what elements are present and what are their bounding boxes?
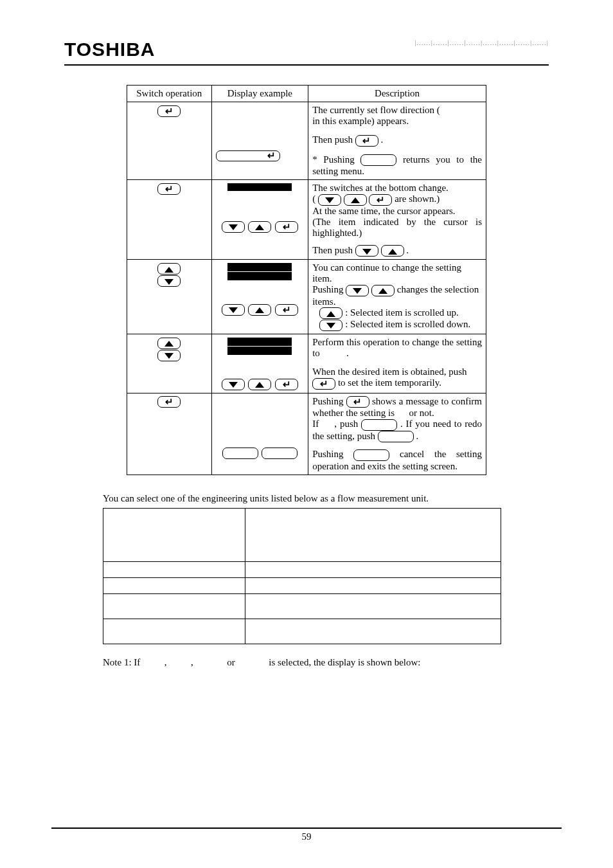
table-header-row: Switch operation Display example Descrip… — [127, 86, 486, 102]
enter-button[interactable]: ↵ — [157, 183, 181, 195]
highlight-bar — [227, 347, 292, 355]
header-ornament: |......|......|......|......|......|....… — [414, 39, 549, 60]
th-desc: Description — [308, 86, 486, 102]
table-row: ↵ Perform this operation to change the s… — [127, 334, 486, 393]
down-button[interactable] — [346, 285, 369, 296]
up-button[interactable] — [157, 263, 181, 275]
enter-icon: ↵ — [283, 305, 291, 315]
highlight-bar — [227, 263, 292, 271]
table-row: ↵ ↵ The currently set flow direction ( i… — [127, 102, 486, 180]
triangle-down-icon — [164, 353, 173, 359]
desc-text: The switches at the bottom change. — [312, 183, 449, 193]
enter-button[interactable]: ↵ — [355, 135, 378, 147]
triangle-down-icon — [229, 307, 238, 313]
page-number: 59 — [51, 831, 562, 842]
up-button[interactable] — [248, 379, 271, 390]
up-button[interactable] — [381, 245, 404, 257]
down-button[interactable] — [157, 275, 181, 287]
enter-button[interactable]: ↵ — [275, 379, 298, 390]
desc-text: Pushing — [312, 284, 343, 294]
desc-text: If — [312, 419, 319, 429]
desc-text: Then push — [312, 245, 353, 255]
blank-button[interactable] — [262, 448, 298, 459]
up-button[interactable] — [157, 338, 181, 349]
desc-text: Then push — [312, 134, 353, 145]
desc-text: , push — [334, 419, 358, 429]
table-row — [103, 593, 501, 619]
up-button[interactable] — [248, 304, 271, 316]
footer-rule — [51, 827, 562, 829]
desc-text: Pushing — [312, 396, 343, 406]
display-button[interactable]: ↵ — [216, 150, 280, 161]
desc-text: are shown.) — [395, 194, 440, 204]
down-button[interactable] — [222, 379, 245, 390]
triangle-up-icon — [351, 197, 360, 203]
blank-button[interactable] — [222, 448, 258, 459]
triangle-down-icon — [229, 224, 238, 230]
triangle-down-icon — [326, 323, 335, 329]
th-switch: Switch operation — [127, 86, 212, 102]
desc-text: Pushing — [312, 449, 343, 459]
note-text: is selected, the display is shown below: — [269, 657, 420, 667]
note-text: , — [191, 657, 193, 667]
desc-text: . — [381, 134, 384, 145]
table-row — [103, 619, 501, 644]
down-button[interactable] — [157, 350, 181, 361]
enter-button[interactable]: ↵ — [157, 105, 181, 117]
triangle-up-icon — [255, 382, 264, 388]
enter-icon: ↵ — [165, 106, 173, 116]
desc-text: When the desired item is obtained, push — [312, 366, 466, 377]
enter-icon: ↵ — [353, 397, 362, 407]
table-row — [103, 561, 501, 577]
up-button[interactable] — [319, 307, 342, 319]
enter-icon: ↵ — [165, 397, 173, 407]
operation-table: Switch operation Display example Descrip… — [127, 85, 486, 475]
up-button[interactable] — [344, 194, 367, 206]
highlight-bar — [227, 183, 292, 191]
intro-paragraph: You can select one of the engineering un… — [103, 493, 510, 504]
enter-icon: ↵ — [377, 195, 385, 205]
th-display: Display example — [211, 86, 308, 102]
triangle-up-icon — [326, 311, 335, 317]
blank-button[interactable] — [378, 431, 414, 442]
enter-button[interactable]: ↵ — [369, 194, 392, 206]
desc-text: . — [416, 431, 419, 441]
note-text: Note 1: If — [103, 657, 140, 667]
desc-text: You can continue to change the setting i… — [312, 262, 461, 284]
triangle-up-icon — [164, 267, 173, 273]
triangle-down-icon — [325, 197, 334, 203]
note-text: or — [227, 657, 235, 667]
down-button[interactable] — [222, 304, 245, 316]
enter-icon: ↵ — [283, 222, 291, 232]
triangle-up-icon — [164, 341, 173, 347]
blank-button[interactable] — [361, 419, 397, 431]
enter-icon: ↵ — [362, 136, 371, 146]
triangle-up-icon — [388, 249, 397, 255]
table-row: ↵ You can continue to change the setting… — [127, 260, 486, 334]
triangle-up-icon — [255, 307, 264, 313]
up-button[interactable] — [248, 221, 271, 233]
desc-text: . — [346, 348, 349, 358]
brand-logo: TOSHIBA — [64, 39, 155, 60]
enter-button[interactable]: ↵ — [275, 304, 298, 316]
enter-button[interactable]: ↵ — [312, 378, 335, 390]
note-text: , — [164, 657, 167, 667]
desc-text: . — [406, 245, 409, 255]
highlight-bar — [227, 338, 292, 346]
down-button[interactable] — [222, 221, 245, 233]
blank-button[interactable] — [353, 449, 389, 461]
blank-button[interactable] — [360, 154, 396, 166]
enter-icon: ↵ — [283, 379, 291, 390]
down-button[interactable] — [355, 245, 378, 257]
desc-text: * Pushing — [312, 154, 354, 165]
down-button[interactable] — [318, 194, 341, 206]
triangle-down-icon — [353, 288, 362, 294]
table-row: ↵ ↵ The switches at the bottom change. — [127, 180, 486, 260]
down-button[interactable] — [319, 320, 342, 331]
up-button[interactable] — [371, 285, 395, 296]
enter-button[interactable]: ↵ — [157, 396, 181, 408]
desc-text: (The item indicated by the cursor is — [312, 217, 482, 228]
enter-button[interactable]: ↵ — [275, 221, 298, 233]
enter-button[interactable]: ↵ — [346, 396, 369, 408]
note-line: Note 1: If , , or is selected, the displ… — [103, 657, 510, 668]
